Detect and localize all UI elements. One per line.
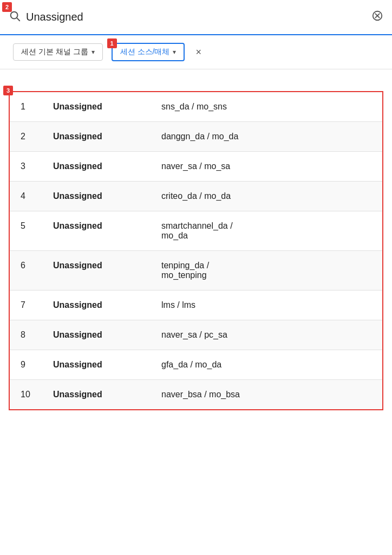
table-row[interactable]: 2Unassigneddanggn_da / mo_da [10,122,382,152]
filter-chip-channel[interactable]: 세션 기본 채널 그룹 ▾ [13,43,103,61]
table-cell-name: Unassigned [42,182,151,211]
chevron-down-icon: ▾ [92,48,95,56]
table-cell-name: Unassigned [42,211,151,251]
spacer [0,69,392,91]
table-cell-source: naver_sa / pc_sa [151,320,382,350]
table-cell-num: 1 [10,92,42,122]
search-icon [9,10,21,24]
table-cell-source: lms / lms [151,291,382,320]
table-row[interactable]: 8Unassignednaver_sa / pc_sa [10,320,382,350]
table-container: 3 1Unassignedsns_da / mo_sns2Unassignedd… [9,91,383,410]
table-cell-num: 4 [10,182,42,211]
table-row[interactable]: 4Unassignedcriteo_da / mo_da [10,182,382,211]
clear-icon[interactable] [371,10,383,24]
table-cell-name: Unassigned [42,320,151,350]
table-row[interactable]: 10Unassignednaver_bsa / mo_bsa [10,380,382,410]
chevron-down-icon-2: ▾ [173,48,176,56]
badge-3: 3 [3,86,13,95]
filter-chip-channel-label: 세션 기본 채널 그룹 [21,47,88,57]
table-cell-name: Unassigned [42,380,151,410]
table-cell-name: Unassigned [42,122,151,152]
table-cell-source: naver_bsa / mo_bsa [151,380,382,410]
table-cell-name: Unassigned [42,92,151,122]
table-row[interactable]: 3Unassignednaver_sa / mo_sa [10,152,382,182]
table-cell-name: Unassigned [42,152,151,182]
filter-chip-source-label: 세션 소스/매체 [120,47,170,57]
table-cell-num: 8 [10,320,42,350]
table-row[interactable]: 5Unassignedsmartchannel_da / mo_da [10,211,382,251]
table-cell-source: naver_sa / mo_sa [151,152,382,182]
filter-chip-source[interactable]: 1 세션 소스/매체 ▾ [112,43,185,61]
table-cell-source: sns_da / mo_sns [151,92,382,122]
table-cell-source: tenping_da / mo_tenping [151,251,382,291]
page-wrapper: 2 세션 기본 채널 그룹 ▾ 1 세션 소스/매체 ▾ × [0,0,392,555]
svg-line-1 [17,18,19,21]
data-table: 1Unassignedsns_da / mo_sns2Unassigneddan… [10,92,382,409]
table-cell-source: danggn_da / mo_da [151,122,382,152]
table-cell-source: smartchannel_da / mo_da [151,211,382,251]
table-row[interactable]: 7Unassignedlms / lms [10,291,382,320]
table-row[interactable]: 6Unassignedtenping_da / mo_tenping [10,251,382,291]
table-cell-num: 10 [10,380,42,410]
table-cell-num: 6 [10,251,42,291]
badge-2: 2 [2,2,12,12]
badge-1: 1 [107,38,117,48]
filter-row: 세션 기본 채널 그룹 ▾ 1 세션 소스/매체 ▾ × [0,35,392,69]
close-filter-button[interactable]: × [195,47,201,58]
table-cell-num: 3 [10,152,42,182]
table-cell-name: Unassigned [42,251,151,291]
table-row[interactable]: 9Unassignedgfa_da / mo_da [10,350,382,380]
table-cell-num: 5 [10,211,42,251]
table-cell-source: criteo_da / mo_da [151,182,382,211]
table-cell-name: Unassigned [42,291,151,320]
table-cell-source: gfa_da / mo_da [151,350,382,380]
table-cell-num: 2 [10,122,42,152]
table-cell-num: 7 [10,291,42,320]
search-bar: 2 [0,0,392,35]
table-cell-num: 9 [10,350,42,380]
table-cell-name: Unassigned [42,350,151,380]
table-row[interactable]: 1Unassignedsns_da / mo_sns [10,92,382,122]
search-input[interactable] [26,11,371,23]
